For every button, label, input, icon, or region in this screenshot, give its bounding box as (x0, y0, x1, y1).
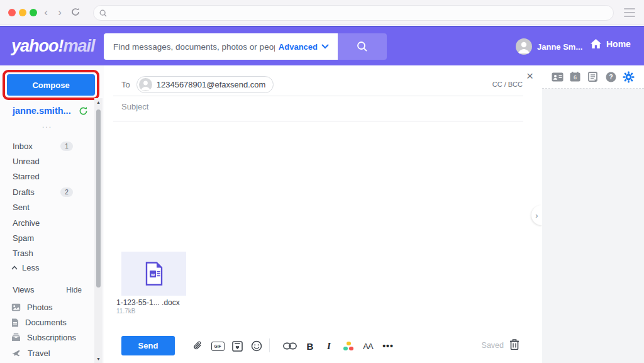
sidebar-item-trash[interactable]: Trash (0, 246, 94, 261)
emoji-icon[interactable] (249, 339, 264, 353)
sidebar-item-unread[interactable]: Unread (0, 154, 94, 169)
browser-reload-icon[interactable] (70, 7, 80, 20)
sidebar-item-starred[interactable]: Starred (0, 169, 94, 184)
saved-status-label: Saved (466, 341, 504, 350)
window-zoom-button[interactable] (30, 9, 37, 16)
views-label: Views (13, 285, 34, 294)
collapse-panel-chevron[interactable]: › (531, 205, 542, 225)
show-less-toggle[interactable]: Less (11, 263, 39, 272)
attachment-filesize: 11.7kB (116, 308, 135, 315)
scroll-down-arrow[interactable]: ▼ (94, 357, 103, 361)
logo-yahoo: yahoo! (11, 36, 64, 55)
views-header: Views Hide (13, 285, 82, 294)
delete-draft-icon[interactable] (509, 338, 519, 352)
stationery-icon[interactable] (230, 339, 245, 353)
sidebar-scrollbar[interactable]: ▲ ▼ (94, 98, 103, 363)
subscriptions-icon (11, 333, 21, 342)
window-close-button[interactable] (8, 9, 16, 16)
toolbar-divider (269, 338, 270, 352)
attachment-thumbnail[interactable]: w (121, 252, 186, 296)
right-sidebar-toolbar: 6 ? (542, 65, 644, 89)
recipient-avatar (139, 78, 152, 91)
insert-link-icon[interactable] (282, 339, 297, 353)
contacts-icon[interactable] (550, 70, 564, 83)
airplane-icon (11, 349, 21, 357)
svg-text:?: ? (609, 73, 613, 81)
scroll-up-arrow[interactable]: ▲ (94, 100, 103, 104)
recipient-chip[interactable]: 12345678901@efaxsend.com (136, 76, 274, 93)
window-minimize-button[interactable] (19, 9, 26, 16)
advanced-search-dropdown[interactable]: Advanced (279, 42, 338, 52)
attachment-filename: 1-123-55-1... .docx (116, 298, 180, 307)
inbox-count-badge: 1 (60, 142, 73, 151)
hide-views-button[interactable]: Hide (66, 286, 82, 294)
sidebar-item-documents[interactable]: Documents (0, 315, 94, 330)
more-formatting-icon[interactable]: ••• (380, 339, 396, 353)
docx-file-icon: w (145, 262, 164, 286)
sidebar-item-spam[interactable]: Spam (0, 230, 94, 245)
yahoo-mail-logo[interactable]: yahoo!mail (11, 36, 95, 56)
chevron-up-icon (11, 265, 18, 270)
close-compose-icon[interactable]: × (526, 69, 533, 83)
mail-search-box: Advanced (104, 33, 338, 60)
mail-search-button[interactable] (338, 33, 387, 60)
right-sidebar: 6 ? (542, 65, 644, 363)
mail-search-input[interactable] (104, 42, 279, 52)
compose-button[interactable]: Compose (7, 74, 95, 96)
to-label: To (121, 80, 130, 89)
text-color-icon[interactable] (341, 339, 356, 353)
browser-menu-icon[interactable] (624, 8, 635, 17)
home-icon (590, 38, 602, 50)
sidebar-item-drafts[interactable]: Drafts 2 (0, 184, 94, 199)
notepad-icon[interactable] (586, 70, 600, 83)
calendar-icon[interactable]: 6 (569, 70, 582, 83)
svg-text:w: w (150, 272, 155, 277)
italic-button[interactable]: I (321, 339, 336, 353)
account-menu[interactable]: Janne Sm... (516, 38, 582, 55)
mail-sidebar: Compose janne.smith... ... Inbox 1 Unrea… (0, 65, 104, 363)
sidebar-item-travel[interactable]: Travel (0, 345, 94, 360)
less-label: Less (22, 263, 39, 272)
send-button[interactable]: Send (121, 336, 175, 355)
sidebar-item-photos[interactable]: Photos (0, 299, 94, 315)
scrollbar-thumb[interactable] (96, 109, 101, 288)
drafts-count-badge: 2 (60, 187, 73, 197)
home-label: Home (606, 39, 631, 49)
yahoo-mail-window: ‹ › yahoo!mail Advanced Janne Sm... (0, 0, 644, 363)
to-field-divider (113, 96, 523, 96)
browser-toolbar: ‹ › (0, 0, 644, 25)
sidebar-item-sent[interactable]: Sent (0, 200, 94, 215)
browser-back-icon[interactable]: ‹ (40, 7, 52, 18)
cc-bcc-toggle[interactable]: CC / BCC (479, 81, 523, 88)
sidebar-item-inbox[interactable]: Inbox 1 (0, 138, 94, 154)
account-folder-row[interactable]: janne.smith... (13, 106, 88, 116)
compose-toolbar: Send GIF B I AA ••• Save (104, 335, 542, 360)
bold-button[interactable]: B (303, 339, 318, 353)
logo-mail: mail (64, 36, 95, 55)
help-icon[interactable]: ? (604, 70, 618, 83)
attach-file-icon[interactable] (191, 339, 206, 353)
recipient-email: 12345678901@efaxsend.com (157, 80, 266, 89)
settings-gear-icon[interactable] (622, 70, 636, 83)
sidebar-item-subscriptions[interactable]: Subscriptions (0, 330, 94, 345)
sidebar-item-archive[interactable]: Archive (0, 215, 94, 230)
subject-divider (113, 121, 523, 121)
browser-address-bar[interactable] (93, 5, 614, 21)
font-size-button[interactable]: AA (360, 339, 375, 353)
folder-list-expander[interactable]: ... (0, 121, 94, 130)
account-name-label: janne.smith... (13, 106, 71, 116)
photos-icon (11, 303, 21, 311)
folder-list: Inbox 1 Unread Starred Drafts 2 Sent Arc… (0, 138, 94, 261)
search-icon (99, 9, 108, 18)
user-name-label: Janne Sm... (537, 42, 582, 52)
advanced-label: Advanced (279, 42, 318, 52)
sync-icon[interactable] (79, 106, 88, 116)
home-button[interactable]: Home (590, 38, 631, 50)
subject-input[interactable] (121, 102, 474, 111)
app-header: yahoo!mail Advanced Janne Sm... Home (0, 26, 644, 65)
gif-icon[interactable]: GIF (210, 339, 225, 353)
views-list: Photos Documents Subscriptions Travel (0, 299, 94, 361)
svg-text:6: 6 (574, 74, 577, 81)
avatar (516, 38, 532, 55)
browser-forward-icon[interactable]: › (54, 7, 65, 18)
